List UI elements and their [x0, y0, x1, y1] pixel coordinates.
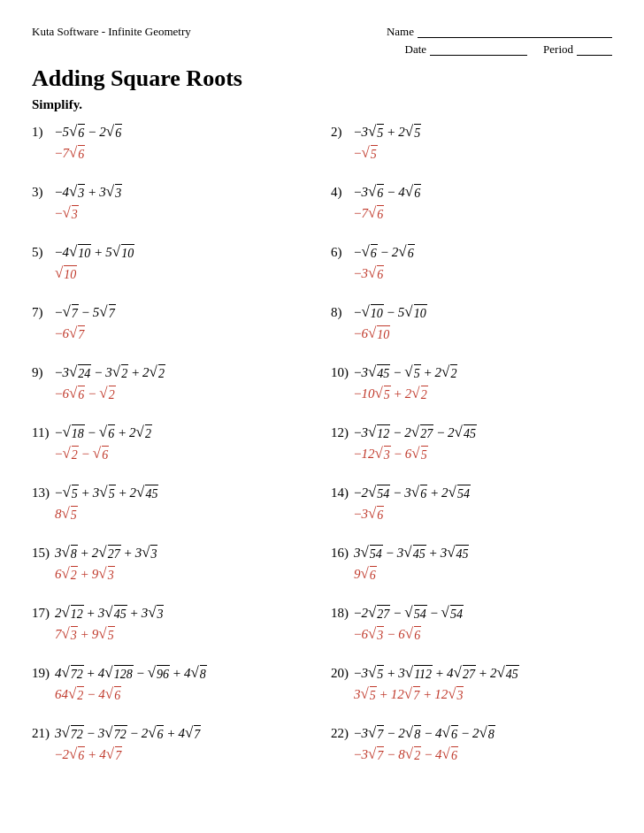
- question-math: −2√27 − √54 − √54: [354, 602, 464, 623]
- problem-answer: √10: [55, 263, 313, 284]
- question-math: −√18 − √6 + 2√2: [55, 422, 152, 443]
- problem-number: 21): [32, 722, 51, 744]
- problem-answer: 3√5 + 12√7 + 12√3: [354, 684, 612, 705]
- problem-answer: −3√7 − 8√2 − 4√6: [354, 744, 612, 765]
- problem-item: 4)−3√6 − 4√6−7√6: [331, 181, 612, 227]
- problem-item: 20)−3√5 + 3√112 + 4√27 + 2√453√5 + 12√7 …: [331, 662, 612, 708]
- problem-question: 19)4√72 + 4√128 − √96 + 4√8: [32, 662, 313, 684]
- problem-item: 1)−5√6 − 2√6−7√6: [32, 121, 313, 167]
- problem-item: 13)−√5 + 3√5 + 2√458√5: [32, 482, 313, 528]
- problem-number: 9): [32, 362, 51, 383]
- problem-answer: −6√10: [354, 323, 612, 344]
- problem-answer: −6√6 − √2: [55, 383, 313, 404]
- problem-number: 13): [32, 482, 51, 503]
- problem-question: 9)−3√24 − 3√2 + 2√2: [32, 362, 313, 383]
- name-label: Name: [387, 25, 414, 39]
- question-math: −3√45 − √5 + 2√2: [354, 362, 457, 383]
- problem-number: 16): [331, 542, 350, 563]
- problem-item: 22)−3√7 − 2√8 − 4√6 − 2√8−3√7 − 8√2 − 4√…: [331, 722, 612, 768]
- problem-number: 5): [32, 241, 51, 263]
- problem-item: 15)3√8 + 2√27 + 3√36√2 + 9√3: [32, 542, 313, 588]
- problem-question: 7)−√7 − 5√7: [32, 302, 313, 323]
- problem-number: 14): [331, 482, 350, 503]
- problem-item: 17)2√12 + 3√45 + 3√37√3 + 9√5: [32, 602, 313, 648]
- problem-question: 13)−√5 + 3√5 + 2√45: [32, 482, 313, 503]
- name-underline: [418, 26, 612, 38]
- problem-answer: 64√2 − 4√6: [55, 684, 313, 705]
- problem-item: 12)−3√12 − 2√27 − 2√45−12√3 − 6√5: [331, 422, 612, 468]
- problem-question: 1)−5√6 − 2√6: [32, 121, 313, 142]
- problem-number: 11): [32, 422, 51, 443]
- problem-number: 3): [32, 181, 51, 203]
- problem-answer: −7√6: [354, 203, 612, 224]
- question-math: −3√12 − 2√27 − 2√45: [354, 422, 477, 443]
- question-math: 2√12 + 3√45 + 3√3: [55, 602, 164, 623]
- problem-item: 5)−4√10 + 5√10√10: [32, 241, 313, 287]
- problem-question: 5)−4√10 + 5√10: [32, 241, 313, 263]
- problem-question: 14)−2√54 − 3√6 + 2√54: [331, 482, 612, 503]
- problem-item: 11)−√18 − √6 + 2√2−√2 − √6: [32, 422, 313, 468]
- question-math: −3√5 + 3√112 + 4√27 + 2√45: [354, 662, 519, 684]
- kuta-label: Kuta Software - Infinite Geometry: [32, 25, 191, 39]
- question-math: −2√54 − 3√6 + 2√54: [354, 482, 471, 503]
- problem-question: 11)−√18 − √6 + 2√2: [32, 422, 313, 443]
- date-line: Date: [405, 42, 528, 57]
- problem-number: 12): [331, 422, 350, 443]
- question-math: −4√3 + 3√3: [55, 181, 122, 203]
- problem-answer: −√3: [55, 203, 313, 224]
- problem-question: 21)3√72 − 3√72 − 2√6 + 4√7: [32, 722, 313, 744]
- problem-number: 17): [32, 602, 51, 623]
- question-math: 3√8 + 2√27 + 3√3: [55, 542, 157, 563]
- problem-question: 10)−3√45 − √5 + 2√2: [331, 362, 612, 383]
- problem-answer: 7√3 + 9√5: [55, 623, 313, 645]
- question-math: 3√54 − 3√45 + 3√45: [354, 542, 469, 563]
- problems-grid: 1)−5√6 − 2√6−7√62)−3√5 + 2√5−√53)−4√3 + …: [32, 121, 612, 783]
- problem-item: 21)3√72 − 3√72 − 2√6 + 4√7−2√6 + 4√7: [32, 722, 313, 768]
- problem-question: 3)−4√3 + 3√3: [32, 181, 313, 203]
- problem-answer: 8√5: [55, 503, 313, 524]
- question-math: −3√6 − 4√6: [354, 181, 421, 203]
- problem-item: 10)−3√45 − √5 + 2√2−10√5 + 2√2: [331, 362, 612, 408]
- problem-question: 6)−√6 − 2√6: [331, 241, 612, 263]
- problem-item: 2)−3√5 + 2√5−√5: [331, 121, 612, 167]
- question-math: −4√10 + 5√10: [55, 241, 134, 263]
- problem-answer: −2√6 + 4√7: [55, 744, 313, 765]
- problem-question: 20)−3√5 + 3√112 + 4√27 + 2√45: [331, 662, 612, 684]
- question-math: 4√72 + 4√128 − √96 + 4√8: [55, 662, 207, 684]
- problem-answer: −√5: [354, 142, 612, 164]
- problem-question: 17)2√12 + 3√45 + 3√3: [32, 602, 313, 623]
- problem-number: 22): [331, 722, 350, 744]
- problem-question: 12)−3√12 − 2√27 − 2√45: [331, 422, 612, 443]
- problem-number: 10): [331, 362, 350, 383]
- date-label: Date: [405, 42, 427, 57]
- problem-number: 2): [331, 121, 350, 142]
- problem-item: 6)−√6 − 2√6−3√6: [331, 241, 612, 287]
- problem-question: 8)−√10 − 5√10: [331, 302, 612, 323]
- question-math: −√7 − 5√7: [55, 302, 116, 323]
- question-math: −3√24 − 3√2 + 2√2: [55, 362, 165, 383]
- problem-number: 18): [331, 602, 350, 623]
- problem-number: 6): [331, 241, 350, 263]
- problem-item: 18)−2√27 − √54 − √54−6√3 − 6√6: [331, 602, 612, 648]
- problem-number: 4): [331, 181, 350, 203]
- problem-question: 22)−3√7 − 2√8 − 4√6 − 2√8: [331, 722, 612, 744]
- problem-question: 18)−2√27 − √54 − √54: [331, 602, 612, 623]
- problem-answer: −12√3 − 6√5: [354, 443, 612, 464]
- problem-answer: −10√5 + 2√2: [354, 383, 612, 404]
- problem-item: 19)4√72 + 4√128 − √96 + 4√864√2 − 4√6: [32, 662, 313, 708]
- question-math: −3√5 + 2√5: [354, 121, 421, 142]
- question-math: 3√72 − 3√72 − 2√6 + 4√7: [55, 722, 201, 744]
- header-second: Date Period: [32, 42, 612, 57]
- date-underline: [430, 43, 527, 56]
- question-math: −√10 − 5√10: [354, 302, 427, 323]
- problem-number: 1): [32, 121, 51, 142]
- problem-question: 2)−3√5 + 2√5: [331, 121, 612, 142]
- problem-question: 4)−3√6 − 4√6: [331, 181, 612, 203]
- period-line: Period: [543, 42, 612, 57]
- problem-item: 3)−4√3 + 3√3−√3: [32, 181, 313, 227]
- problem-number: 15): [32, 542, 51, 563]
- problem-item: 14)−2√54 − 3√6 + 2√54−3√6: [331, 482, 612, 528]
- problem-number: 19): [32, 662, 51, 684]
- period-label: Period: [543, 42, 573, 57]
- question-math: −√6 − 2√6: [354, 241, 415, 263]
